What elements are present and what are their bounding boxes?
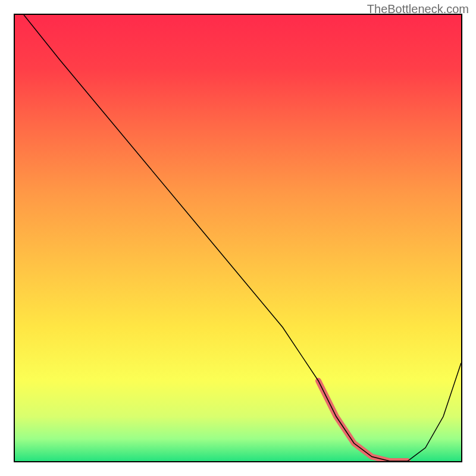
plot-area [14, 14, 462, 462]
watermark-text: TheBottleneck.com [367, 2, 469, 16]
highlight-segment [318, 381, 408, 461]
chart-overlay [15, 15, 461, 461]
bottleneck-curve [24, 15, 461, 461]
